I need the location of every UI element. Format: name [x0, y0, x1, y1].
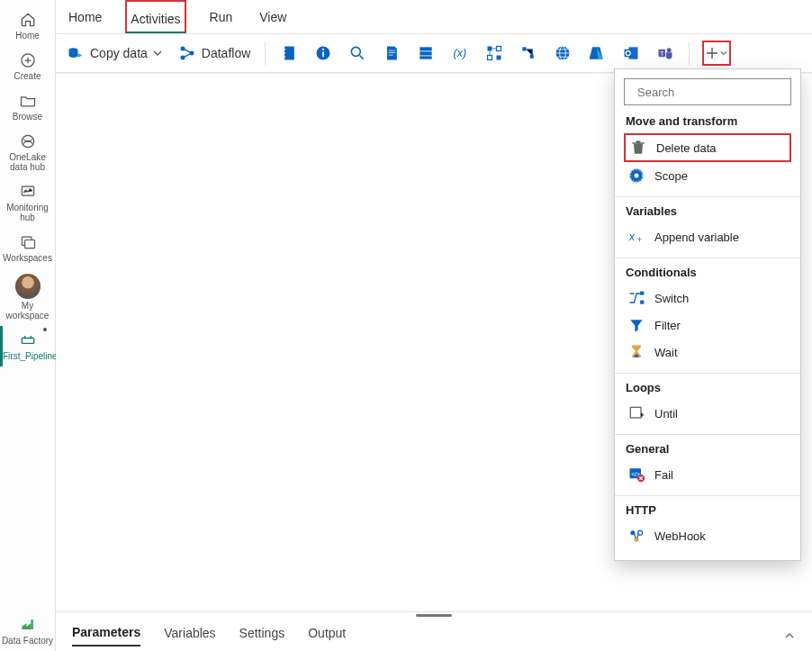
tab-variables[interactable]: Variables [164, 626, 215, 646]
group-move-transform: Move and transform [626, 114, 791, 128]
script-activity-button[interactable] [381, 42, 402, 64]
copydata-button[interactable]: Copy data [65, 41, 164, 65]
nav-workspaces-label: Workspaces [2, 253, 54, 263]
more-activities-dropdown: Move and transform Delete data Scope Var… [614, 68, 801, 561]
foreach-icon [485, 44, 503, 62]
switch-icon [627, 289, 645, 307]
svg-rect-27 [523, 47, 527, 50]
dataflow-label: Dataflow [202, 46, 250, 60]
nav-monitoring-label: Monitoring hub [2, 203, 54, 222]
variable-icon: (x) [451, 44, 469, 62]
svg-rect-43 [640, 292, 644, 295]
svg-rect-6 [31, 619, 33, 629]
workspaces-icon [19, 233, 37, 251]
drag-handle[interactable] [416, 614, 452, 617]
svg-text:(x): (x) [454, 47, 467, 59]
info-activity-button[interactable] [312, 42, 334, 64]
item-filter[interactable]: Filter [624, 312, 791, 339]
separator [265, 41, 266, 65]
scope-icon [627, 167, 645, 185]
dropdown-search[interactable] [624, 78, 791, 105]
nav-workspaces[interactable]: Workspaces [2, 228, 54, 268]
nav-myworkspace-label: My workspace [2, 301, 54, 321]
foreach-activity-button[interactable] [483, 42, 505, 64]
chevron-up-icon[interactable] [783, 629, 796, 642]
tab-run[interactable]: Run [206, 0, 237, 34]
tab-view[interactable]: View [256, 0, 290, 34]
svg-point-40 [635, 174, 639, 178]
tab-output[interactable]: Output [308, 626, 346, 646]
azure-icon [588, 44, 606, 62]
nav-pipeline[interactable]: First_Pipeline [0, 326, 52, 366]
group-loops: Loops [626, 381, 791, 394]
svg-point-36 [667, 48, 672, 52]
onelake-icon [19, 132, 37, 150]
nav-onelake[interactable]: OneLake data hub [2, 127, 54, 177]
svg-rect-5 [22, 339, 33, 344]
nav-home[interactable]: Home [2, 5, 54, 46]
item-fail[interactable]: </> Fail [624, 461, 791, 488]
dataflow-icon [178, 44, 196, 62]
datafactory-icon [19, 616, 37, 634]
label: WebHook [654, 529, 706, 543]
notebook-activity-button[interactable] [278, 42, 300, 64]
main-area: Home Activities Run View Copy data Dataf… [56, 0, 812, 651]
nav-browse[interactable]: Browse [2, 86, 54, 127]
svg-point-8 [180, 47, 185, 51]
svg-rect-16 [322, 51, 324, 57]
search-input[interactable] [637, 86, 789, 99]
plus-icon [706, 47, 718, 59]
svg-rect-12 [284, 49, 286, 50]
svg-rect-25 [488, 56, 492, 60]
outlook-activity-button[interactable] [620, 42, 642, 64]
web-activity-button[interactable] [552, 42, 573, 64]
nav-browse-label: Browse [2, 112, 54, 122]
azure-activity-button[interactable] [586, 42, 608, 64]
home-icon [19, 11, 37, 29]
nav-datafactory[interactable]: Data Factory [2, 610, 54, 651]
group-variables: Variables [626, 204, 791, 218]
group-http: HTTP [626, 503, 791, 517]
item-append-variable[interactable]: x+ Append variable [624, 223, 791, 250]
sproc-activity-button[interactable] [415, 42, 437, 64]
dataflow-button[interactable]: Dataflow [176, 41, 252, 65]
nav-my-workspace[interactable]: My workspace [2, 268, 54, 326]
more-activities-button[interactable] [702, 41, 731, 66]
tab-parameters[interactable]: Parameters [72, 625, 140, 646]
item-until[interactable]: Until [624, 400, 791, 427]
script-icon [383, 44, 401, 62]
chevron-down-icon [153, 49, 162, 58]
nav-create[interactable]: Create [2, 46, 54, 86]
svg-point-1 [22, 135, 33, 147]
svg-rect-4 [24, 240, 34, 249]
pipeline-icon [19, 331, 37, 349]
nav-monitoring[interactable]: Monitoring hub [2, 177, 54, 228]
item-scope[interactable]: Scope [624, 162, 791, 189]
svg-rect-24 [497, 47, 501, 51]
copydata-icon [67, 44, 85, 62]
dirty-dot-icon [43, 328, 47, 331]
search-icon [348, 44, 366, 62]
tab-activities[interactable]: Activities [125, 0, 185, 34]
item-delete-data[interactable]: Delete data [624, 133, 791, 162]
if-icon [519, 44, 537, 62]
teams-activity-button[interactable]: T [654, 42, 676, 64]
svg-rect-21 [420, 56, 432, 59]
tab-settings[interactable]: Settings [239, 626, 285, 646]
hourglass-icon [627, 343, 645, 361]
svg-rect-14 [284, 56, 286, 58]
label: Scope [654, 169, 688, 183]
tab-home[interactable]: Home [65, 0, 105, 34]
group-general: General [626, 442, 791, 456]
item-webhook[interactable]: WebHook [624, 522, 791, 549]
trash-icon [629, 139, 647, 157]
item-wait[interactable]: Wait [624, 339, 791, 366]
item-switch[interactable]: Switch [624, 285, 791, 312]
svg-text:+: + [637, 235, 642, 244]
until-icon [627, 404, 645, 422]
variable-activity-button[interactable]: (x) [449, 42, 471, 64]
label: Fail [654, 468, 673, 482]
if-activity-button[interactable] [518, 42, 539, 64]
lookup-activity-button[interactable] [347, 42, 368, 64]
label: Append variable [654, 231, 739, 244]
